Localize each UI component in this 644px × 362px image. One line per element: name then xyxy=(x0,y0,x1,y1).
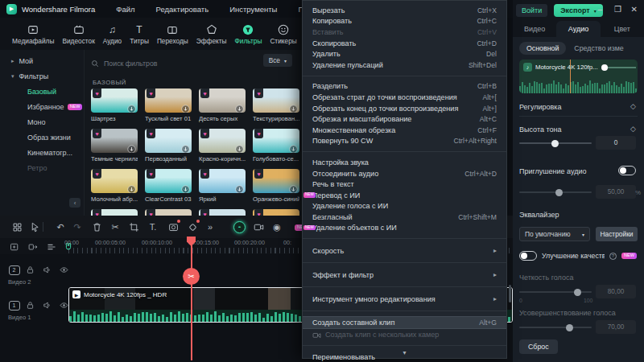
download-icon[interactable] xyxy=(289,183,298,191)
download-icon[interactable] xyxy=(289,142,298,151)
filter-thumbnail[interactable]: ♥ xyxy=(199,209,246,216)
playhead-line[interactable] xyxy=(191,240,192,360)
voice-enhance-toggle[interactable] xyxy=(519,251,537,261)
voice-enhancement-slider[interactable] xyxy=(519,327,592,328)
filter-thumbnail[interactable]: ♥ xyxy=(91,209,138,216)
download-icon[interactable] xyxy=(181,142,190,151)
menu-item-Обрезать конец до точки воспроизведения[interactable]: Обрезать конец до точки воспроизведенияA… xyxy=(303,103,506,114)
menu-item-Копировать[interactable]: КопироватьCtrl+C xyxy=(303,16,506,27)
filter-thumbnail[interactable]: ♥ xyxy=(145,209,192,216)
filter-thumbnail[interactable]: ♥ClearContrast 03 xyxy=(145,169,192,203)
undo-icon[interactable]: ↶ xyxy=(53,220,68,234)
menu-item-Перевод с ИИ[interactable]: NEWПеревод с ИИ xyxy=(303,190,506,201)
ducking-value[interactable]: 50,00 xyxy=(596,185,636,199)
panel-tab-Аудио[interactable]: Аудио xyxy=(556,21,600,37)
keyframe-icon[interactable] xyxy=(185,220,200,234)
track-manage-icon[interactable] xyxy=(45,241,58,253)
favorite-heart-icon[interactable]: ♥ xyxy=(254,88,263,98)
menu-item-Скопировать[interactable]: СкопироватьCtrl+D xyxy=(303,38,506,49)
menu-item-Удалить[interactable]: УдалитьDel xyxy=(303,48,506,60)
filter-thumbnail[interactable]: ♥Тусклый свет 01 xyxy=(145,88,192,122)
workspace-icon[interactable] xyxy=(10,220,24,234)
panel-tab-Видео[interactable]: Видео xyxy=(513,21,556,37)
delete-icon[interactable] xyxy=(89,220,104,234)
lock-icon[interactable] xyxy=(24,264,36,276)
download-icon[interactable] xyxy=(181,183,190,191)
voice-enhancement-value[interactable]: 70,00 xyxy=(596,320,636,334)
menu-item-Скорость[interactable]: Скорость▸ xyxy=(303,244,506,257)
audio-volume-slider[interactable] xyxy=(603,67,636,68)
equalizer-settings-button[interactable]: Настройки xyxy=(596,227,638,241)
sidebar-collapse-button[interactable]: ‹ xyxy=(69,198,80,208)
ducking-toggle[interactable] xyxy=(618,166,636,175)
window-maximize-button[interactable]: ❐ xyxy=(614,5,621,14)
menu-item-Повернуть 90 CW[interactable]: Повернуть 90 CWCtrl+Alt+Right xyxy=(303,136,506,147)
menu-item-Эффект и фильтр[interactable]: Эффект и фильтр▸ xyxy=(303,268,506,282)
speaker-icon[interactable] xyxy=(41,264,53,276)
tab-stickers[interactable]: Стикеры xyxy=(267,23,299,45)
sidebar-item-Образ жизни[interactable]: Образ жизни xyxy=(0,126,84,142)
add-track-icon[interactable] xyxy=(8,241,21,253)
text-icon[interactable]: T. xyxy=(146,220,160,234)
menubar-item-Редактировать[interactable]: Редактировать xyxy=(156,5,209,14)
playhead-split-button[interactable]: ✂ xyxy=(183,268,200,285)
lock-icon[interactable] xyxy=(24,299,36,311)
pitch-slider[interactable] xyxy=(519,142,592,144)
menu-item-Отсоединить аудио[interactable]: Отсоединить аудиоCtrl+Alt+D xyxy=(303,168,506,179)
record-icon[interactable]: ◉ xyxy=(270,220,284,234)
sidebar-item-Кинематогр...[interactable]: Кинематогр... xyxy=(0,142,84,157)
menu-item-Безгласный[interactable]: БезгласныйCtrl+Shift+M xyxy=(303,212,506,223)
keyframe-diamond-icon[interactable]: ◇ xyxy=(630,102,636,110)
insert-clip-icon[interactable] xyxy=(27,241,39,253)
menu-item-Удаление пульсаций[interactable]: Удаление пульсацийShift+Del xyxy=(303,60,506,71)
filter-thumbnail[interactable]: ♥Яркий xyxy=(199,169,246,203)
tab-stock[interactable]: Видеосток xyxy=(60,23,97,45)
download-icon[interactable] xyxy=(235,142,244,151)
favorite-heart-icon[interactable]: ♥ xyxy=(147,169,155,179)
equalizer-preset-dropdown[interactable]: По умолчанию▾ xyxy=(519,227,590,241)
eye-icon[interactable] xyxy=(58,264,70,276)
favorite-heart-icon[interactable]: ♥ xyxy=(200,129,209,138)
speaker-icon[interactable] xyxy=(41,299,53,311)
more-icon[interactable]: » xyxy=(203,220,217,234)
download-icon[interactable] xyxy=(127,183,136,191)
panel-subtab-Основной[interactable]: Основной xyxy=(519,42,566,55)
menu-item-Удаление голоса с ИИ[interactable]: Удаление голоса с ИИ xyxy=(303,201,506,212)
vertical-scrollbar[interactable] xyxy=(509,285,511,302)
menubar-item-Инструменты[interactable]: Инструменты xyxy=(229,5,277,14)
filter-thumbnail[interactable]: ♥Первозданный xyxy=(145,129,192,162)
tab-transitions[interactable]: Переходы xyxy=(155,23,191,45)
favorite-heart-icon[interactable]: ♥ xyxy=(147,88,155,98)
filter-thumbnail[interactable]: ♥Темные чернила xyxy=(91,129,138,162)
menu-item-Создать составной клип[interactable]: Создать составной клипAlt+G xyxy=(303,316,506,329)
download-icon[interactable] xyxy=(289,102,298,111)
split-icon[interactable]: ✂ xyxy=(108,220,122,234)
download-icon[interactable] xyxy=(181,102,190,111)
menu-scroll-down-icon[interactable]: ▾ xyxy=(303,349,506,356)
ducking-slider[interactable] xyxy=(519,191,592,193)
pitch-value[interactable]: 0 xyxy=(596,136,636,150)
filter-thumbnail[interactable]: ♥Текстурирован... xyxy=(253,88,299,122)
crop-icon[interactable] xyxy=(126,220,141,234)
filter-all-dropdown[interactable]: Все▾ xyxy=(263,54,292,67)
menubar-item-Файл[interactable]: Файл xyxy=(116,5,134,14)
filter-thumbnail[interactable]: ♥Голубовато-се... xyxy=(253,129,299,162)
favorite-heart-icon[interactable]: ♥ xyxy=(200,169,209,179)
clarity-slider[interactable] xyxy=(519,291,592,293)
filter-thumbnail[interactable]: ♥Оранжево-синий xyxy=(253,169,299,203)
window-close-button[interactable]: ✕ xyxy=(631,5,638,14)
panel-subtab-Средство изме[interactable]: Средство изме xyxy=(574,44,623,52)
filter-thumbnail[interactable]: ♥ xyxy=(253,209,299,216)
menu-item-Обрезка и масштабирование[interactable]: Обрезка и масштабированиеAlt+C xyxy=(303,113,506,125)
tab-audio[interactable]: ♫Аудио xyxy=(101,23,124,45)
filter-thumbnail[interactable]: ♥Молочный абр... xyxy=(91,169,138,203)
window-minimize-button[interactable]: – xyxy=(597,5,602,14)
favorite-heart-icon[interactable]: ♥ xyxy=(147,209,155,216)
tab-titles[interactable]: TТитры xyxy=(127,23,151,45)
favorite-heart-icon[interactable]: ♥ xyxy=(200,209,209,216)
favorite-heart-icon[interactable]: ♥ xyxy=(254,129,263,138)
favorite-heart-icon[interactable]: ♥ xyxy=(254,209,263,216)
sidebar-item-Ретро[interactable]: Ретро xyxy=(0,157,84,172)
ai-copilot-icon[interactable]: •• xyxy=(232,220,246,234)
filter-thumbnail[interactable]: ♥Красно-коричн... xyxy=(199,129,246,162)
